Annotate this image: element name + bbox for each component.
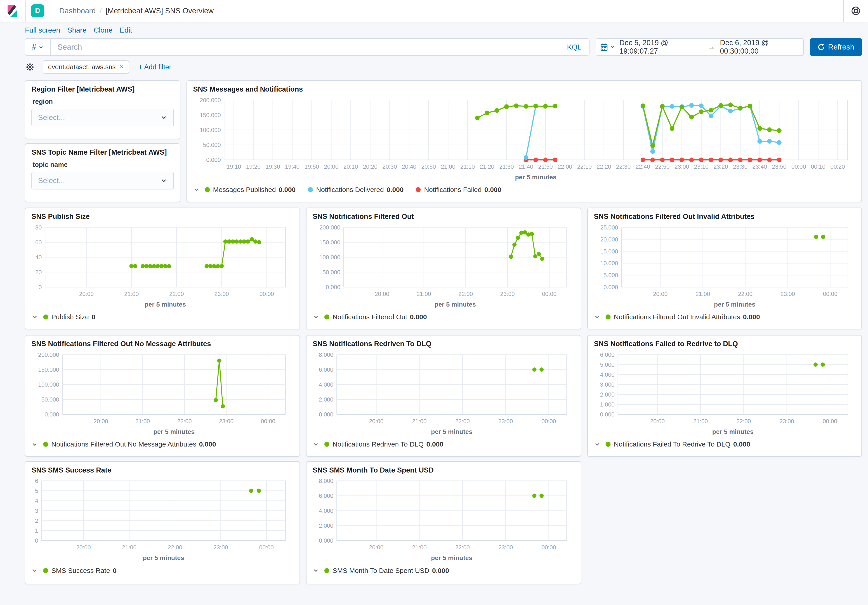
- topic-name-select[interactable]: Select...: [31, 172, 174, 189]
- refresh-button[interactable]: Refresh: [810, 38, 862, 56]
- chart-sns-publish-size: 20:0021:0022:0023:0000:00020406080per 5 …: [31, 222, 293, 310]
- panel-title: SNS Notifications Filtered Out: [313, 213, 575, 221]
- panel-title: SNS Notifications Failed to Redrive to D…: [594, 340, 856, 348]
- chart-sns-notifications-filtered-out: 20:0021:0022:0023:0000:000.00050.000100.…: [313, 222, 574, 310]
- chevron-down-icon: [160, 177, 167, 184]
- chart-legend: Notifications Filtered Out0.000: [313, 312, 575, 323]
- svg-text:200.000: 200.000: [38, 352, 59, 358]
- panel-title: SNS Notifications Redriven To DLQ: [313, 340, 575, 348]
- breadcrumb-dashboard[interactable]: Dashboard: [59, 6, 96, 15]
- legend-label: Notifications Filtered Out: [333, 313, 407, 321]
- edit-link[interactable]: Edit: [119, 26, 132, 34]
- legend-value: 0.000: [426, 441, 443, 448]
- kql-language-button[interactable]: KQL: [559, 43, 589, 51]
- calendar-icon: [600, 43, 608, 51]
- clone-link[interactable]: Clone: [94, 26, 112, 34]
- legend-chevron-down-icon[interactable]: [594, 441, 600, 448]
- panel-sns-notifications-redriven-to-dlq: SNS Notifications Redriven To DLQ 20:002…: [306, 335, 581, 457]
- svg-text:23:00: 23:00: [213, 544, 228, 551]
- add-filter-link[interactable]: + Add filter: [139, 63, 171, 71]
- date-to[interactable]: Dec 6, 2019 @ 00:30:00.00: [720, 39, 803, 55]
- hash-icon: #: [32, 43, 36, 51]
- header-divider: [50, 0, 50, 22]
- panel-region-filter: Region Filter [Metricbeat AWS] region Se…: [25, 80, 180, 139]
- legend-item[interactable]: Notifications Filtered Out No Message At…: [43, 441, 216, 448]
- legend-label: Notifications Filtered Out Invalid Attri…: [614, 313, 740, 321]
- legend-chevron-down-icon[interactable]: [193, 186, 200, 193]
- region-label: region: [33, 98, 174, 105]
- svg-text:23:00: 23:00: [219, 418, 234, 424]
- legend-item[interactable]: Notifications Delivered0.000: [308, 186, 404, 194]
- panel-sns-notifications-failed-to-redrive-to-dlq: SNS Notifications Failed to Redrive to D…: [587, 335, 862, 457]
- app-header: D Dashboard / [Metricbeat AWS] SNS Overv…: [0, 0, 868, 22]
- chart-legend: SMS Success Rate0: [31, 565, 293, 576]
- svg-text:10.000: 10.000: [600, 260, 618, 266]
- topic-name-label: topic name: [33, 161, 174, 168]
- svg-text:6.000: 6.000: [319, 366, 333, 373]
- series-dot-icon: [43, 568, 48, 573]
- series-dot-icon: [43, 442, 48, 447]
- legend-item[interactable]: Notifications Failed0.000: [416, 186, 501, 194]
- legend-chevron-down-icon[interactable]: [31, 567, 38, 574]
- kibana-logo-icon: [5, 4, 20, 18]
- legend-chevron-down-icon[interactable]: [31, 313, 38, 320]
- dashboard-toolbar: Full screen Share Clone Edit: [25, 26, 132, 34]
- remove-filter-icon[interactable]: ×: [119, 63, 124, 71]
- series-dot-icon: [416, 187, 421, 192]
- svg-text:22:10: 22:10: [577, 163, 592, 170]
- svg-text:00:00: 00:00: [261, 418, 275, 424]
- svg-text:21:00: 21:00: [122, 544, 136, 551]
- help-button[interactable]: [843, 6, 868, 16]
- legend-item[interactable]: Publish Size0: [43, 313, 95, 321]
- series-dot-icon: [606, 442, 611, 447]
- svg-text:20:00: 20:00: [94, 418, 108, 424]
- legend-item[interactable]: SMS Month To Date Spent USD0.000: [324, 567, 449, 574]
- full-screen-link[interactable]: Full screen: [25, 26, 60, 34]
- chart-legend: Notifications Failed To Redrive To DLQ0.…: [594, 439, 856, 450]
- quick-select-menu-button[interactable]: [596, 39, 619, 55]
- svg-text:19:30: 19:30: [266, 163, 280, 170]
- date-from[interactable]: Dec 5, 2019 @ 19:09:07.27: [619, 39, 703, 55]
- svg-text:25.000: 25.000: [600, 224, 618, 231]
- kibana-logo[interactable]: [0, 4, 25, 18]
- series-dot-icon: [324, 315, 329, 320]
- svg-text:per 5 minutes: per 5 minutes: [431, 428, 473, 435]
- saved-query-menu-button[interactable]: #: [25, 39, 51, 55]
- svg-text:per 5 minutes: per 5 minutes: [515, 174, 556, 180]
- region-select[interactable]: Select...: [31, 109, 174, 126]
- svg-text:23:00: 23:00: [781, 291, 795, 297]
- space-avatar[interactable]: D: [31, 4, 44, 18]
- breadcrumb: Dashboard / [Metricbeat AWS] SNS Overvie…: [59, 6, 214, 15]
- legend-chevron-down-icon[interactable]: [313, 567, 319, 574]
- legend-item[interactable]: Notifications Filtered Out0.000: [324, 313, 427, 321]
- svg-text:2.000: 2.000: [319, 396, 333, 403]
- svg-text:4.000: 4.000: [319, 382, 333, 388]
- legend-item[interactable]: Notifications Filtered Out Invalid Attri…: [606, 313, 760, 321]
- filter-pill-event-dataset[interactable]: event.dataset: aws.sns ×: [43, 60, 129, 74]
- svg-text:19:10: 19:10: [227, 163, 241, 170]
- panel-sns-publish-size: SNS Publish Size 20:0021:0022:0023:0000:…: [25, 208, 300, 329]
- legend-chevron-down-icon[interactable]: [313, 441, 319, 448]
- panel-title: SNS SMS Month To Date Spent USD: [313, 466, 575, 474]
- svg-text:20:00: 20:00: [653, 291, 668, 297]
- svg-text:21:00: 21:00: [696, 291, 710, 297]
- legend-label: Notifications Redriven To DLQ: [333, 441, 423, 448]
- legend-item[interactable]: Notifications Redriven To DLQ0.000: [324, 441, 443, 448]
- legend-item[interactable]: Messages Published0.000: [205, 186, 296, 194]
- filter-pill-label: event.dataset: aws.sns: [48, 63, 116, 71]
- share-link[interactable]: Share: [67, 26, 87, 34]
- svg-text:4.000: 4.000: [600, 371, 615, 378]
- svg-text:23:20: 23:20: [714, 163, 728, 170]
- legend-item[interactable]: Notifications Failed To Redrive To DLQ0.…: [606, 441, 750, 448]
- filter-options-button[interactable]: [25, 62, 35, 72]
- legend-chevron-down-icon[interactable]: [594, 313, 600, 320]
- legend-item[interactable]: SMS Success Rate0: [43, 567, 117, 574]
- legend-chevron-down-icon[interactable]: [313, 313, 319, 320]
- search-input[interactable]: [51, 43, 559, 51]
- query-bar: # KQL: [25, 38, 862, 56]
- chart-sns-notifications-failed-to-redrive-to-dlq: 20:0021:0022:0023:0000:000.0001.0002.000…: [594, 349, 856, 438]
- legend-chevron-down-icon[interactable]: [31, 441, 38, 448]
- chart-sns-notifications-redriven-to-dlq: 20:0021:0022:0023:0000:000.0002.0004.000…: [313, 349, 574, 438]
- chevron-down-icon: [610, 45, 615, 50]
- svg-text:23:50: 23:50: [772, 163, 786, 170]
